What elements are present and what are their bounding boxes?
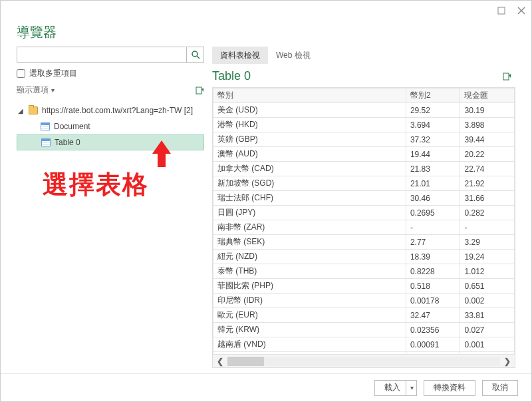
table-row[interactable]: 韓元 (KRW)0.023560.027 — [213, 323, 515, 337]
cell-value3: 3.898 — [460, 118, 515, 132]
multi-select-label: 選取多重項目 — [29, 68, 77, 79]
col-currency[interactable]: 幣別 — [213, 89, 406, 103]
svg-point-3 — [192, 51, 198, 57]
tree-item-document[interactable]: Document — [17, 118, 204, 134]
svg-line-4 — [197, 56, 200, 59]
table-row[interactable]: 英鎊 (GBP)37.3239.44 — [213, 132, 515, 147]
multi-select-checkbox[interactable]: 選取多重項目 — [17, 67, 204, 79]
cell-value3: 0.027 — [460, 323, 515, 337]
cell-value3: 21.92 — [460, 176, 515, 191]
search-icon[interactable] — [186, 47, 203, 62]
annotation-text: 選擇表格 — [43, 171, 149, 199]
table-row[interactable]: 美金 (USD)29.5230.19 — [213, 103, 515, 118]
cell-currency: 南非幣 (ZAR) — [213, 220, 406, 235]
cell-value2: 3.694 — [406, 118, 460, 132]
cell-value3: 1.012 — [460, 264, 515, 279]
scroll-right-icon[interactable]: ❯ — [500, 357, 515, 366]
display-options-dropdown[interactable]: 顯示選項 ▾ — [17, 85, 55, 96]
cell-value3: 0.002 — [460, 294, 515, 308]
table-row[interactable]: 加拿大幣 (CAD)21.8322.74 — [213, 162, 515, 176]
tab-web-view[interactable]: Web 檢視 — [268, 47, 319, 64]
table-row[interactable]: 港幣 (HKD)3.6943.898 — [213, 118, 515, 132]
display-options-label: 顯示選項 — [17, 85, 49, 96]
maximize-icon[interactable] — [497, 6, 506, 15]
table-row[interactable]: 新加坡幣 (SGD)21.0121.92 — [213, 176, 515, 191]
cell-currency: 越南盾 (VND) — [213, 337, 406, 352]
arrow-up-icon — [152, 140, 171, 154]
annotation-arrow: 選擇表格 — [21, 140, 171, 199]
table-row[interactable]: 澳幣 (AUD)19.4420.22 — [213, 147, 515, 162]
cell-value3: 19.24 — [460, 250, 515, 264]
cell-currency: 瑞士法郎 (CHF) — [213, 191, 406, 206]
cell-value3: 30.19 — [460, 103, 515, 118]
document-icon — [41, 122, 50, 130]
cell-value2: 19.44 — [406, 147, 460, 162]
table-row[interactable]: 日圓 (JPY)0.26950.282 — [213, 206, 515, 220]
cell-value2: 37.32 — [406, 132, 460, 147]
refresh-preview-icon[interactable] — [502, 72, 511, 81]
cell-value2: - — [406, 220, 460, 235]
col-cash[interactable]: 現金匯 — [460, 89, 515, 103]
close-icon[interactable] — [517, 6, 526, 15]
cell-value2: 0.518 — [406, 279, 460, 294]
table-row[interactable]: 南非幣 (ZAR)-- — [213, 220, 515, 235]
chevron-down-icon: ▾ — [51, 87, 55, 94]
refresh-tree-icon[interactable] — [195, 86, 204, 95]
cell-currency: 美金 (USD) — [213, 103, 406, 118]
svg-rect-0 — [498, 7, 505, 14]
tree-item-label: Document — [54, 122, 90, 131]
preview-tabs: 資料表檢視 Web 檢視 — [212, 47, 515, 64]
scroll-thumb[interactable] — [227, 357, 264, 366]
data-grid: 幣別 幣別2 現金匯 美金 (USD)29.5230.19港幣 (HKD)3.6… — [212, 87, 515, 368]
dialog-title: 導覽器 — [1, 21, 531, 47]
transform-button[interactable]: 轉換資料 — [424, 380, 475, 396]
cell-value3: 39.44 — [460, 132, 515, 147]
chevron-down-icon[interactable]: ▾ — [410, 384, 414, 391]
cell-value2: 0.00178 — [406, 294, 460, 308]
folder-icon — [29, 106, 38, 114]
tree-root-label: https://rate.bot.com.tw/xrt?Lang=zh-TW [… — [42, 106, 193, 115]
cell-currency: 歐元 (EUR) — [213, 308, 406, 323]
cell-value3: 3.29 — [460, 235, 515, 250]
cell-currency: 印尼幣 (IDR) — [213, 294, 406, 308]
cell-currency: 加拿大幣 (CAD) — [213, 162, 406, 176]
cell-value2: 18.39 — [406, 250, 460, 264]
col-currency2[interactable]: 幣別2 — [406, 89, 460, 103]
cell-currency: 瑞典幣 (SEK) — [213, 235, 406, 250]
cell-value3: 31.66 — [460, 191, 515, 206]
scroll-left-icon[interactable]: ❮ — [213, 357, 227, 366]
cell-value2: 0.02356 — [406, 323, 460, 337]
navigator-tree-pane: 選取多重項目 顯示選項 ▾ ◢ https://rate.bot.com.tw/… — [17, 47, 204, 368]
cell-value2: 30.46 — [406, 191, 460, 206]
cell-value3: 0.282 — [460, 206, 515, 220]
titlebar — [1, 1, 531, 21]
preview-title: Table 0 — [212, 69, 251, 83]
table-row[interactable]: 瑞士法郎 (CHF)30.4631.66 — [213, 191, 515, 206]
cell-value2: 21.01 — [406, 176, 460, 191]
table-row[interactable]: 歐元 (EUR)32.4733.81 — [213, 308, 515, 323]
cell-currency: 紐元 (NZD) — [213, 250, 406, 264]
horizontal-scrollbar[interactable]: ❮ ❯ — [213, 354, 515, 367]
tab-data-view[interactable]: 資料表檢視 — [212, 47, 268, 64]
caret-down-icon: ◢ — [18, 107, 25, 114]
load-button-label: 載入 — [384, 382, 400, 393]
cell-value2: 0.00091 — [406, 337, 460, 352]
table-row[interactable]: 泰幣 (THB)0.82281.012 — [213, 264, 515, 279]
table-row[interactable]: 紐元 (NZD)18.3919.24 — [213, 250, 515, 264]
load-button[interactable]: 載入 ▾ — [374, 380, 417, 396]
search-input[interactable] — [17, 47, 186, 62]
table-row[interactable]: 越南盾 (VND)0.000910.001 — [213, 337, 515, 352]
cell-value3: 22.74 — [460, 162, 515, 176]
scroll-track[interactable] — [227, 357, 500, 366]
table-row[interactable]: 菲國比索 (PHP)0.5180.651 — [213, 279, 515, 294]
table-row[interactable]: 瑞典幣 (SEK)2.773.29 — [213, 235, 515, 250]
cancel-button[interactable]: 取消 — [482, 380, 518, 396]
cell-currency: 泰幣 (THB) — [213, 264, 406, 279]
table-row[interactable]: 印尼幣 (IDR)0.001780.002 — [213, 294, 515, 308]
cell-value3: 33.81 — [460, 308, 515, 323]
dialog-footer: 載入 ▾ 轉換資料 取消 — [1, 373, 531, 401]
svg-rect-5 — [196, 87, 201, 94]
multi-select-input[interactable] — [17, 69, 25, 78]
cell-currency: 日圓 (JPY) — [213, 206, 406, 220]
tree-root[interactable]: ◢ https://rate.bot.com.tw/xrt?Lang=zh-TW… — [17, 102, 204, 118]
